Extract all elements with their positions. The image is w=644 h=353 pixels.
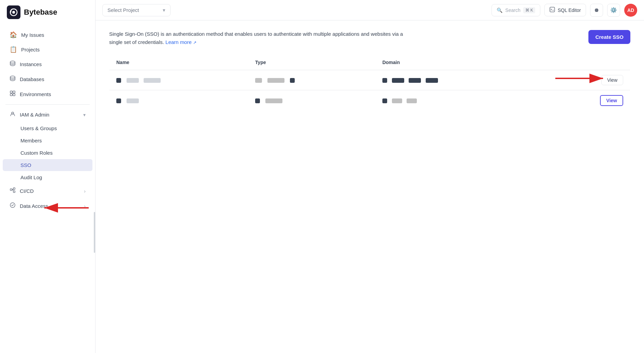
home-icon: 🏠	[10, 31, 17, 39]
sidebar-label-members: Members	[20, 138, 42, 143]
user-avatar[interactable]: AD	[624, 4, 637, 17]
databases-icon	[10, 75, 16, 83]
sidebar-label-instances: Instances	[20, 61, 42, 67]
sql-editor-label: SQL Editor	[558, 7, 581, 13]
search-bar[interactable]: 🔍 Search ⌘ K	[492, 4, 540, 16]
sql-editor-button[interactable]: SQL Editor	[544, 4, 586, 16]
iam-icon	[10, 111, 16, 119]
row1-action: View	[542, 70, 630, 90]
settings-button[interactable]: ⚙️	[607, 4, 620, 17]
sidebar-label-custom-roles: Custom Roles	[20, 150, 53, 156]
svg-rect-10	[10, 189, 12, 190]
record-button[interactable]: ⏺	[590, 4, 603, 17]
sidebar-item-environments[interactable]: Environments	[3, 87, 92, 102]
learn-more-link[interactable]: Learn more ↗	[165, 39, 196, 45]
sidebar-item-custom-roles[interactable]: Custom Roles	[3, 147, 92, 159]
svg-point-4	[10, 76, 15, 78]
search-label: Search	[505, 7, 520, 13]
sidebar-label-audit-log: Audit Log	[20, 174, 42, 180]
sidebar-item-audit-log[interactable]: Audit Log	[3, 171, 92, 183]
sidebar-item-my-issues[interactable]: 🏠 My Issues	[3, 28, 92, 42]
record-icon: ⏺	[594, 7, 599, 13]
sidebar-item-projects[interactable]: 📋 Projects	[3, 42, 92, 57]
row2-type	[248, 90, 376, 111]
table-row: View	[109, 90, 630, 111]
project-select-label: Select Project	[107, 7, 139, 13]
view-button-row2[interactable]: View	[600, 95, 623, 106]
instances-icon	[10, 60, 16, 68]
sidebar: Bytebase 🏠 My Issues 📋 Projects Instance…	[0, 0, 96, 353]
sidebar-item-data-access[interactable]: Data Access ›	[3, 199, 92, 213]
sidebar-item-users-groups[interactable]: Users & Groups	[3, 122, 92, 134]
search-shortcut: ⌘ K	[523, 7, 535, 13]
main-area: Select Project ▾ 🔍 Search ⌘ K SQL Editor…	[96, 0, 644, 353]
bytebase-logo-icon	[7, 5, 20, 19]
sidebar-item-iam-admin[interactable]: IAM & Admin ▾	[3, 107, 92, 122]
logo[interactable]: Bytebase	[0, 0, 95, 25]
sso-description: Single Sign-On (SSO) is an authenticatio…	[109, 30, 416, 46]
row2-domain	[376, 90, 542, 111]
data-access-icon	[10, 202, 16, 210]
sidebar-label-projects: Projects	[21, 47, 40, 52]
redacted-name-icon-1	[116, 78, 121, 83]
environments-icon	[10, 90, 16, 98]
svg-rect-8	[13, 94, 15, 96]
project-select-chevron: ▾	[163, 7, 165, 13]
svg-rect-12	[13, 191, 15, 193]
chevron-right-icon-cicd: ›	[84, 188, 86, 194]
sidebar-label-cicd: CI/CD	[20, 188, 34, 194]
sidebar-label-my-issues: My Issues	[21, 32, 44, 38]
redacted-name-text-1	[127, 78, 139, 83]
sidebar-item-databases[interactable]: Databases	[3, 72, 92, 87]
redacted-name-text-2	[144, 78, 161, 83]
external-link-icon: ↗	[193, 40, 196, 45]
sidebar-item-instances[interactable]: Instances	[3, 57, 92, 72]
search-icon: 🔍	[497, 7, 502, 13]
row1-domain	[376, 70, 542, 90]
projects-icon: 📋	[10, 46, 17, 53]
col-action	[542, 55, 630, 70]
avatar-initials: AD	[627, 7, 634, 13]
sidebar-label-data-access: Data Access	[20, 203, 48, 209]
svg-rect-11	[13, 188, 15, 189]
col-type: Type	[248, 55, 376, 70]
topbar: Select Project ▾ 🔍 Search ⌘ K SQL Editor…	[96, 0, 644, 20]
svg-rect-6	[13, 91, 15, 93]
row1-type	[248, 70, 376, 90]
svg-rect-14	[550, 7, 555, 12]
chevron-down-icon: ▾	[83, 112, 86, 118]
sidebar-item-members[interactable]: Members	[3, 135, 92, 147]
col-name: Name	[109, 55, 249, 70]
settings-icon: ⚙️	[610, 7, 617, 13]
svg-rect-5	[10, 91, 12, 93]
content-area: Create SSO Single Sign-On (SSO) is an au…	[96, 20, 644, 353]
sso-table: Name Type Domain	[109, 55, 630, 111]
row2-name	[109, 90, 249, 111]
sidebar-item-sso[interactable]: SSO	[3, 159, 92, 171]
svg-point-2	[12, 11, 15, 14]
view-button-row1[interactable]: View	[601, 75, 623, 85]
row2-action: View	[542, 90, 630, 111]
create-sso-label: Create SSO	[595, 34, 624, 40]
sidebar-item-cicd[interactable]: CI/CD ›	[3, 184, 92, 198]
app-title: Bytebase	[24, 8, 57, 17]
nav-divider	[5, 104, 90, 105]
svg-rect-7	[10, 94, 12, 96]
iam-sub-items: Users & Groups Members Custom Roles SSO …	[0, 122, 95, 183]
cicd-icon	[10, 187, 16, 195]
create-sso-button[interactable]: Create SSO	[588, 30, 630, 44]
sidebar-scroll-indicator	[94, 212, 95, 253]
sidebar-label-iam-admin: IAM & Admin	[20, 112, 49, 118]
table-row: View	[109, 70, 630, 90]
sidebar-label-sso: SSO	[20, 162, 31, 168]
sidebar-label-environments: Environments	[20, 91, 51, 97]
row1-name	[109, 70, 249, 90]
chevron-right-icon-data-access: ›	[84, 203, 86, 209]
col-domain: Domain	[376, 55, 542, 70]
project-select-dropdown[interactable]: Select Project ▾	[102, 4, 171, 16]
sidebar-label-users-groups: Users & Groups	[20, 125, 57, 131]
svg-point-3	[10, 61, 15, 63]
sidebar-label-databases: Databases	[20, 76, 44, 82]
sql-editor-icon	[550, 7, 555, 13]
sidebar-navigation: 🏠 My Issues 📋 Projects Instances	[0, 25, 95, 216]
